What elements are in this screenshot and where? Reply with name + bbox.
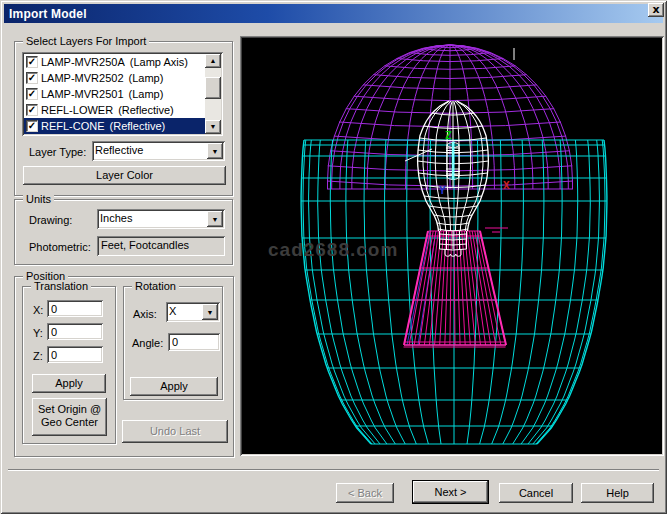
scrollbar-thumb[interactable]: [205, 77, 221, 99]
undo-last-button: Undo Last: [122, 420, 228, 443]
axis-dropdown-button[interactable]: ▼: [202, 304, 218, 320]
layer-type-dropdown-button[interactable]: ▼: [207, 143, 223, 159]
layer-list-item[interactable]: ✓LAMP-MVR2501(Lamp): [24, 86, 205, 102]
axis-value: X: [169, 305, 176, 317]
layer-list[interactable]: ✓LAMP-MVR250A(Lamp Axis)✓LAMP-MVR2502(La…: [22, 52, 223, 136]
rotation-group-label: Rotation: [132, 280, 179, 292]
angle-label: Angle:: [132, 337, 163, 349]
layer-list-scrollbar[interactable]: ▲ ▼: [205, 54, 221, 134]
x-label: X:: [33, 304, 43, 316]
viewport-canvas: cad2688.com ZXY: [242, 38, 662, 454]
scroll-down-icon: ▼: [210, 123, 217, 130]
x-input[interactable]: [47, 300, 103, 317]
back-label: < Back: [336, 483, 394, 503]
translation-apply-label: Apply: [32, 374, 106, 393]
drawing-units-combo[interactable]: Inches ▼: [97, 209, 225, 229]
layer-name: LAMP-MVR2502: [41, 72, 124, 84]
layer-name: REFL-CONE: [41, 120, 105, 132]
y-label: Y:: [33, 327, 43, 339]
photometric-label: Photometric:: [29, 241, 91, 253]
layer-type: (Lamp): [129, 72, 164, 84]
scroll-up-icon: ▲: [210, 57, 217, 64]
translation-apply-button[interactable]: Apply: [32, 374, 106, 393]
z-label: Z:: [33, 350, 43, 362]
scroll-down-button[interactable]: ▼: [205, 120, 221, 134]
close-icon[interactable]: x: [648, 3, 664, 17]
drawing-units-value: Inches: [100, 212, 132, 224]
layer-checkbox[interactable]: ✓: [26, 72, 38, 84]
scroll-up-button[interactable]: ▲: [205, 54, 221, 68]
layer-checkbox[interactable]: ✓: [26, 104, 38, 116]
set-origin-button[interactable]: Set Origin @ Geo Center: [32, 398, 107, 436]
layer-checkbox[interactable]: ✓: [26, 120, 38, 132]
chevron-down-icon: ▼: [212, 216, 219, 223]
window-title: Import Model: [4, 7, 87, 21]
axis-label: Axis:: [133, 308, 157, 320]
layer-type: (Lamp): [129, 88, 164, 100]
photometric-field: Feet, Footcandles: [97, 236, 225, 256]
footer-divider: [8, 469, 659, 471]
layer-type: (Reflective): [118, 104, 174, 116]
layer-type-value: Reflective: [95, 144, 143, 156]
svg-text:X: X: [503, 179, 510, 192]
layers-group-label: Select Layers For Import: [23, 35, 149, 47]
import-model-dialog: Import Model x Select Layers For Import …: [0, 0, 667, 514]
layer-type: (Lamp Axis): [130, 56, 188, 68]
cancel-label: Cancel: [499, 483, 573, 503]
layer-type-combo[interactable]: Reflective ▼: [92, 141, 225, 161]
layer-list-item[interactable]: ✓REFL-CONE(Reflective): [24, 118, 205, 134]
set-origin-label: Set Origin @ Geo Center: [37, 403, 103, 429]
undo-last-label: Undo Last: [122, 420, 228, 443]
photometric-value: Feet, Footcandles: [101, 239, 189, 251]
axis-combo[interactable]: X ▼: [166, 302, 220, 322]
translation-group-label: Translation: [31, 280, 91, 292]
help-button[interactable]: Help: [581, 483, 654, 503]
layer-list-item[interactable]: ✓LAMP-MVR2502(Lamp): [24, 70, 205, 86]
layer-color-button[interactable]: Layer Color: [23, 166, 226, 185]
rotation-apply-label: Apply: [130, 377, 218, 396]
chevron-down-icon: ▼: [207, 309, 214, 316]
layer-checkbox[interactable]: ✓: [26, 56, 38, 68]
layer-color-label: Layer Color: [23, 166, 226, 185]
layer-list-item[interactable]: ✓REFL-LOWER(Reflective): [24, 102, 205, 118]
svg-text:Y: Y: [439, 184, 446, 197]
help-label: Help: [581, 483, 654, 503]
rotation-apply-button[interactable]: Apply: [130, 377, 218, 396]
z-input[interactable]: [47, 346, 103, 363]
layer-checkbox[interactable]: ✓: [26, 88, 38, 100]
next-button-ring: Next >: [412, 480, 489, 504]
units-group-label: Units: [23, 193, 54, 205]
cancel-button[interactable]: Cancel: [499, 483, 573, 503]
next-label: Next >: [413, 481, 488, 503]
layer-type: (Reflective): [110, 120, 166, 132]
chevron-down-icon: ▼: [212, 148, 219, 155]
layer-list-item[interactable]: ✓LAMP-MVR250A(Lamp Axis): [24, 54, 205, 70]
drawing-units-dropdown-button[interactable]: ▼: [207, 211, 223, 227]
layer-name: LAMP-MVR2501: [41, 88, 124, 100]
model-viewport[interactable]: cad2688.com ZXY: [240, 36, 664, 456]
back-button: < Back: [336, 483, 394, 503]
layer-type-label: Layer Type:: [29, 146, 86, 158]
watermark: cad2688.com: [268, 239, 398, 261]
title-bar: Import Model: [4, 4, 663, 23]
y-input[interactable]: [47, 323, 103, 340]
drawing-label: Drawing:: [29, 214, 72, 226]
layer-name: REFL-LOWER: [41, 104, 113, 116]
next-button[interactable]: Next >: [413, 481, 488, 503]
svg-text:Z: Z: [445, 129, 452, 142]
layer-name: LAMP-MVR250A: [41, 56, 125, 68]
layer-list-rows: ✓LAMP-MVR250A(Lamp Axis)✓LAMP-MVR2502(La…: [24, 54, 205, 134]
angle-input[interactable]: [168, 333, 220, 351]
